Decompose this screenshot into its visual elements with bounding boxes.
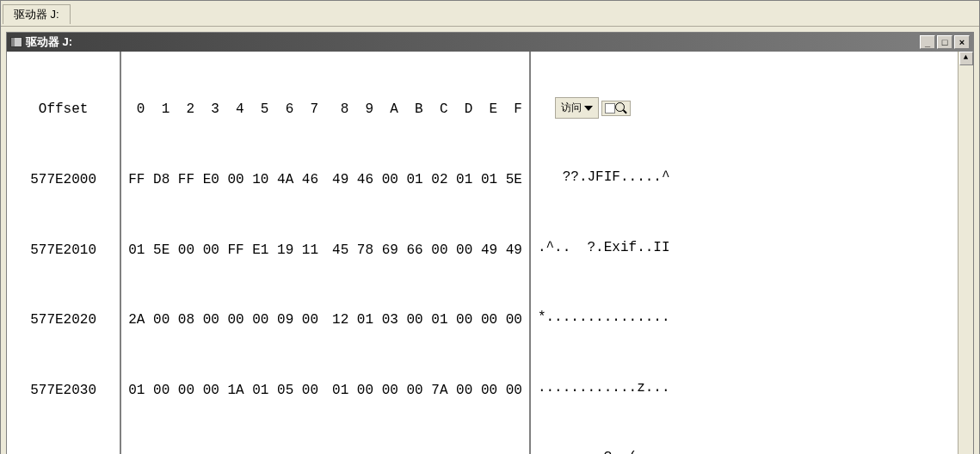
hex-cell[interactable]: 12 01 03 00 01 00 00 00 <box>332 309 522 332</box>
access-label: 访问 <box>561 99 582 116</box>
access-button[interactable]: 访问 <box>555 97 599 118</box>
offset-cell[interactable]: 577E2040 <box>14 449 113 454</box>
offset-column: Offset 577E2000 577E2010 577E2020 577E20… <box>7 52 121 454</box>
ascii-cell[interactable]: *............... <box>538 306 951 329</box>
hex-cell[interactable]: 82 00 00 00 28 01 03 00 <box>332 449 522 454</box>
hex-cell[interactable]: 1B 01 05 00 01 00 00 00 <box>128 449 318 454</box>
ascii-cell[interactable]: ............z... <box>538 377 951 400</box>
checkbox-icon <box>605 103 615 114</box>
hex-header-2: 8 9 A B C D E F <box>332 98 522 121</box>
window-controls: _ □ × <box>920 35 970 49</box>
inner-titlebar: 驱动器 J: _ □ × <box>7 33 973 52</box>
drive-tab[interactable]: 驱动器 J: <box>3 4 71 24</box>
outer-tab-bar: 驱动器 J: <box>1 1 979 27</box>
hex-area: Offset 577E2000 577E2010 577E2020 577E20… <box>7 52 973 454</box>
vertical-scrollbar[interactable]: ▲ <box>958 52 973 454</box>
inner-title-text: 驱动器 J: <box>26 34 72 50</box>
hex-cell[interactable]: FF D8 FF E0 00 10 4A 46 <box>128 169 318 192</box>
ascii-cell[interactable]: .^.. ?.Exif..II <box>538 236 951 260</box>
hex-main: Offset 577E2000 577E2010 577E2020 577E20… <box>7 52 958 454</box>
maximize-button[interactable]: □ <box>937 35 952 49</box>
access-toolbar: 访问 <box>555 97 631 118</box>
close-button[interactable]: × <box>954 35 970 49</box>
search-icon <box>615 102 627 114</box>
inner-title-group: 驱动器 J: <box>10 34 72 50</box>
hex-editor-window: 驱动器 J: _ □ × Offset 577E2000 577E2010 57… <box>6 32 974 454</box>
minimize-button[interactable]: _ <box>920 35 935 49</box>
hex-header-1: 0 1 2 3 4 5 6 7 <box>128 98 318 121</box>
hex-cell[interactable]: 45 78 69 66 00 00 49 49 <box>332 239 522 262</box>
outer-content: 驱动器 J: _ □ × Offset 577E2000 577E2010 57… <box>1 27 979 454</box>
hex-cell[interactable]: 01 5E 00 00 FF E1 19 11 <box>128 239 318 262</box>
hex-column: 0 1 2 3 4 5 6 7 FF D8 FF E0 00 10 4A 46 … <box>121 52 531 454</box>
scroll-up-button[interactable]: ▲ <box>959 52 973 65</box>
hex-cell[interactable]: 2A 00 08 00 00 00 09 00 <box>128 309 318 332</box>
ascii-cell[interactable]: ??.JFIF.....^ <box>538 166 951 189</box>
ascii-column: 访问 ??.JFIF.....^ .^.. ?.Exif..II <box>531 52 958 454</box>
ascii-cell[interactable]: ........?..(... <box>538 446 951 454</box>
chevron-down-icon <box>584 106 593 111</box>
ascii-header: 访问 <box>538 98 951 119</box>
offset-cell[interactable]: 577E2020 <box>14 309 113 332</box>
offset-cell[interactable]: 577E2000 <box>14 169 113 192</box>
offset-cell[interactable]: 577E2030 <box>14 379 113 402</box>
hex-cell[interactable]: 01 00 00 00 1A 01 05 00 <box>128 379 318 402</box>
offset-cell[interactable]: 577E2010 <box>14 239 113 262</box>
search-toggle[interactable] <box>601 101 631 116</box>
hex-group-8-f: 8 9 A B C D E F 49 46 00 01 02 01 01 5E … <box>318 52 522 454</box>
outer-window: 驱动器 J: 驱动器 J: _ □ × Offset 577E2000 <box>0 0 980 454</box>
drive-icon <box>10 37 22 47</box>
hex-cell[interactable]: 01 00 00 00 7A 00 00 00 <box>332 379 522 402</box>
hex-group-0-7: 0 1 2 3 4 5 6 7 FF D8 FF E0 00 10 4A 46 … <box>128 52 318 454</box>
offset-header: Offset <box>14 98 113 121</box>
hex-cell[interactable]: 49 46 00 01 02 01 01 5E <box>332 169 522 192</box>
